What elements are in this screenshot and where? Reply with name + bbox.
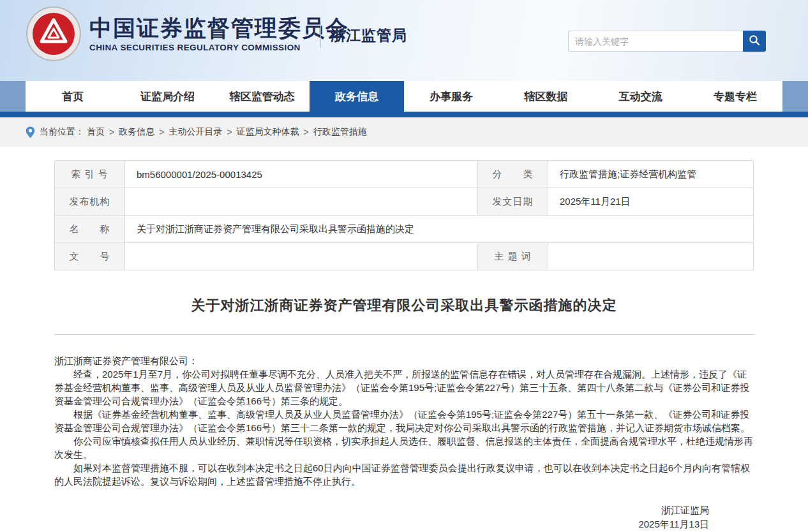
org-title-block: 中国证券监督管理委员会 CHINA SECURITIES REGULATORY … — [89, 15, 349, 52]
meta-category-label: 分 类 — [478, 161, 548, 188]
meta-index-label: 索 引 号 — [55, 161, 125, 188]
table-row: 名 称 关于对浙江浙商证券资产管理有限公司采取出具警示函措施的决定 — [55, 216, 754, 243]
doc-paragraph: 根据《证券基金经营机构董事、监事、高级管理人员及从业人员监督管理办法》（证监会令… — [54, 408, 754, 434]
document-meta-table: 索 引 号 bm56000001/2025-00013425 分 类 行政监管措… — [54, 160, 754, 270]
meta-name-label: 名 称 — [55, 216, 125, 243]
meta-publisher-label: 发布机构 — [55, 188, 125, 216]
doc-paragraph: 如果对本监督管理措施不服，可以在收到本决定书之日起60日内向中国证券监督管理委员… — [54, 461, 754, 488]
nav-underbar — [0, 112, 808, 117]
org-name-en: CHINA SECURITIES REGULATORY COMMISSION — [89, 43, 349, 52]
meta-category-value: 行政监管措施;证券经营机构监管 — [548, 161, 754, 188]
csrc-logo-icon — [26, 6, 82, 62]
search-button[interactable] — [743, 31, 766, 52]
breadcrumb-item-home[interactable]: 首页 — [87, 126, 105, 138]
signature-date: 2025年11月13日 — [54, 517, 709, 531]
breadcrumb-separator: > — [227, 127, 232, 137]
doc-paragraph: 你公司应审慎核查拟任用人员从业经历、兼职情况等任职资格，切实承担起人员选任、履职… — [54, 434, 754, 461]
meta-pubdate-label: 发文日期 — [478, 188, 548, 216]
breadcrumb-item-public-catalog[interactable]: 主动公开目录 — [168, 126, 222, 138]
signature-block: 浙江证监局 2025年11月13日 — [54, 503, 754, 531]
meta-pubdate-value: 2025年11月21日 — [548, 188, 754, 216]
meta-keywords-value — [548, 243, 754, 270]
nav-item-gov-info[interactable]: 政务信息 — [310, 81, 404, 112]
meta-name-value: 关于对浙江浙商证券资产管理有限公司采取出具警示函措施的决定 — [125, 216, 754, 243]
breadcrumb-bar: 当前位置： 首页 > 政务信息 > 主动公开目录 > 证监局文种体裁 > 行政监… — [0, 117, 808, 147]
breadcrumb-item-gov-info[interactable]: 政务信息 — [119, 126, 154, 138]
breadcrumb: 当前位置： 首页 > 政务信息 > 主动公开目录 > 证监局文种体裁 > 行政监… — [26, 117, 782, 147]
breadcrumb-label: 当前位置： — [40, 126, 84, 138]
main-content: 索 引 号 bm56000001/2025-00013425 分 类 行政监管措… — [26, 147, 782, 531]
breadcrumb-separator: > — [304, 127, 309, 137]
csrc-logo[interactable] — [26, 6, 82, 62]
meta-docno-value — [125, 243, 478, 270]
signature-org: 浙江证监局 — [54, 503, 709, 517]
nav-item-interaction[interactable]: 互动交流 — [594, 81, 688, 112]
search-box — [568, 31, 766, 52]
nav-item-special-topics[interactable]: 专题专栏 — [688, 81, 782, 112]
main-nav: 首页 证监局介绍 辖区监管动态 政务信息 办事服务 辖区数据 互动交流 专题专栏 — [0, 81, 808, 112]
page-title: 关于对浙江浙商证券资产管理有限公司采取出具警示函措施的决定 — [54, 296, 754, 315]
meta-publisher-value — [125, 188, 478, 216]
search-input[interactable] — [568, 31, 743, 52]
nav-item-regional-news[interactable]: 辖区监管动态 — [215, 81, 310, 112]
meta-index-value: bm56000001/2025-00013425 — [125, 161, 478, 188]
breadcrumb-separator: > — [109, 127, 114, 137]
site-header: 中国证券监督管理委员会 CHINA SECURITIES REGULATORY … — [0, 0, 808, 81]
document-body: 浙江浙商证券资产管理有限公司： 经查，2025年1月至7月，你公司对拟聘任董事尽… — [54, 354, 754, 488]
search-icon — [749, 34, 760, 48]
header-divider — [320, 21, 321, 48]
title-divider — [54, 334, 754, 335]
table-row: 文 号 主 题 词 — [55, 243, 754, 270]
breadcrumb-separator: > — [159, 127, 164, 137]
bureau-name: 浙江监管局 — [331, 26, 407, 45]
nav-item-bureau-intro[interactable]: 证监局介绍 — [120, 81, 214, 112]
location-pin-icon — [26, 126, 35, 138]
doc-salutation: 浙江浙商证券资产管理有限公司： — [54, 354, 754, 367]
breadcrumb-item-admin-measures[interactable]: 行政监管措施 — [313, 126, 367, 138]
breadcrumb-item-doc-types[interactable]: 证监局文种体裁 — [237, 126, 299, 138]
nav-item-home[interactable]: 首页 — [26, 81, 120, 112]
org-name-cn: 中国证券监督管理委员会 — [89, 15, 349, 41]
nav-item-services[interactable]: 办事服务 — [404, 81, 498, 112]
table-row: 发布机构 发文日期 2025年11月21日 — [55, 188, 754, 216]
table-row: 索 引 号 bm56000001/2025-00013425 分 类 行政监管措… — [55, 161, 754, 188]
nav-item-regional-data[interactable]: 辖区数据 — [498, 81, 593, 112]
doc-paragraph: 经查，2025年1月至7月，你公司对拟聘任董事尽调不充分、人员准入把关不严，所报… — [54, 367, 754, 408]
meta-keywords-label: 主 题 词 — [478, 243, 548, 270]
meta-docno-label: 文 号 — [55, 243, 125, 270]
